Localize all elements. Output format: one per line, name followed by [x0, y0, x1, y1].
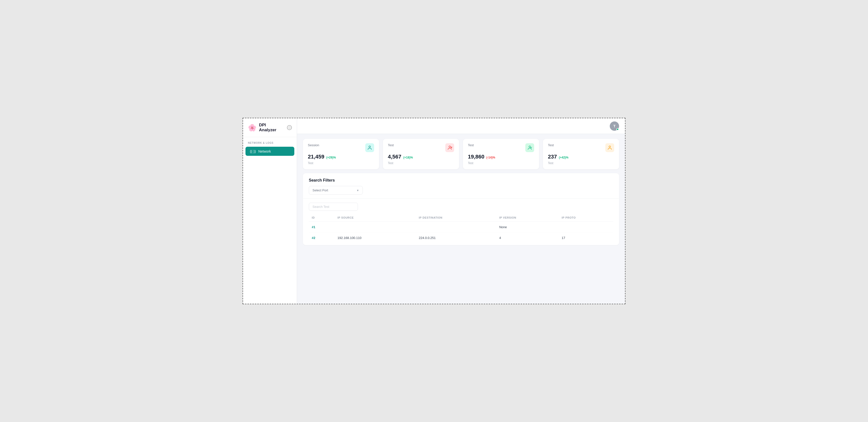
card-header-2: Test: [468, 143, 534, 152]
top-bar: T: [297, 118, 625, 134]
sidebar: 🌸 DPI Analyzer ⓘ NETWORK & LOGS ((·)) Ne…: [243, 118, 297, 304]
app-title: DPI Analyzer: [259, 123, 283, 132]
card-change-3: (+42)%: [559, 156, 568, 159]
sidebar-item-label: Network: [258, 150, 271, 153]
filter-section: Search Filters Select Port ▼: [303, 173, 619, 198]
svg-point-5: [609, 146, 611, 148]
row-ip-version: 4: [496, 233, 559, 244]
card-sub-2: Test: [468, 161, 534, 165]
col-ip-source: IP SOURCE: [335, 214, 416, 222]
row-ip-version: None: [496, 222, 559, 233]
col-ip-version: IP VERSION: [496, 214, 559, 222]
card-icon-1: [445, 143, 454, 152]
card-value-row-1: 4,567 (+18)%: [388, 154, 454, 160]
card-change-0: (+29)%: [326, 156, 336, 159]
row-ip-source: [335, 222, 416, 233]
table-section: ID IP SOURCE IP DESTINATION IP VERSION I…: [303, 198, 619, 245]
card-value-row-0: 21,459 (+29)%: [308, 154, 374, 160]
port-select[interactable]: Select Port ▼: [309, 186, 363, 195]
filter-title: Search Filters: [309, 178, 613, 183]
card-header-3: Test: [548, 143, 614, 152]
sidebar-item-network[interactable]: ((·)) Network: [246, 147, 294, 156]
card-change-1: (+18)%: [403, 156, 413, 159]
network-icon: ((·)): [250, 149, 256, 153]
card-header-0: Session: [308, 143, 374, 152]
card-icon-2: [525, 143, 534, 152]
card-sub-0: Test: [308, 161, 374, 165]
card-value-row-3: 237 (+42)%: [548, 154, 614, 160]
row-ip-proto: [559, 222, 613, 233]
app-info-icon[interactable]: ⓘ: [287, 125, 292, 130]
app-frame: 🌸 DPI Analyzer ⓘ NETWORK & LOGS ((·)) Ne…: [243, 118, 625, 304]
search-input[interactable]: [309, 203, 358, 211]
card-value-row-2: 19,860 (-14)%: [468, 154, 534, 160]
svg-point-1: [449, 146, 451, 148]
row-ip-proto: 17: [559, 233, 613, 244]
main-content: T Session 21,459 (+29)% Test: [297, 118, 625, 304]
card-header-1: Test: [388, 143, 454, 152]
app-logo-icon: 🌸: [248, 124, 256, 132]
avatar-initials: T: [613, 124, 615, 128]
chevron-down-icon: ▼: [356, 189, 359, 192]
row-id-cell: #2: [309, 233, 335, 244]
card-sub-3: Test: [548, 161, 614, 165]
svg-point-4: [529, 146, 531, 148]
table-row: #1 None: [309, 222, 613, 233]
card-icon-3: [605, 143, 614, 152]
svg-point-0: [369, 146, 371, 148]
card-value-2: 19,860: [468, 154, 484, 160]
card-label-2: Test: [468, 143, 474, 147]
sidebar-section-label: NETWORK & LOGS: [243, 137, 297, 146]
search-input-wrap: [309, 203, 613, 211]
sidebar-logo-area: 🌸 DPI Analyzer ⓘ: [243, 118, 297, 137]
card-value-3: 237: [548, 154, 557, 160]
stat-card-1: Test 4,567 (+18)% Test: [383, 139, 459, 169]
stat-cards-row: Session 21,459 (+29)% Test Test: [297, 134, 625, 173]
stat-card-3: Test 237 (+42)% Test: [543, 139, 619, 169]
row-id-link[interactable]: #2: [312, 236, 315, 240]
stat-card-2: Test 19,860 (-14)% Test: [463, 139, 539, 169]
table-row: #2 192.168.100.110 224.0.0.251 4 17: [309, 233, 613, 244]
row-id-cell: #1: [309, 222, 335, 233]
row-ip-destination: 224.0.0.251: [416, 233, 496, 244]
table-header-row: ID IP SOURCE IP DESTINATION IP VERSION I…: [309, 214, 613, 222]
row-ip-destination: [416, 222, 496, 233]
stat-card-0: Session 21,459 (+29)% Test: [303, 139, 379, 169]
data-table: ID IP SOURCE IP DESTINATION IP VERSION I…: [309, 214, 613, 243]
online-badge: [616, 128, 619, 131]
avatar[interactable]: T: [610, 122, 619, 131]
card-icon-0: [365, 143, 374, 152]
port-select-label: Select Port: [312, 188, 328, 192]
col-id: ID: [309, 214, 335, 222]
col-ip-proto: IP PROTO: [559, 214, 613, 222]
row-ip-source: 192.168.100.110: [335, 233, 416, 244]
card-label-0: Session: [308, 143, 319, 147]
table-body: #1 None #2 192.168.100.110 224.0.0.251: [309, 222, 613, 244]
col-ip-destination: IP DESTINATION: [416, 214, 496, 222]
card-value-1: 4,567: [388, 154, 401, 160]
card-value-0: 21,459: [308, 154, 324, 160]
card-change-2: (-14)%: [486, 156, 495, 159]
table-head: ID IP SOURCE IP DESTINATION IP VERSION I…: [309, 214, 613, 222]
card-sub-1: Test: [388, 161, 454, 165]
row-id-link[interactable]: #1: [312, 225, 315, 229]
card-label-1: Test: [388, 143, 394, 147]
card-label-3: Test: [548, 143, 554, 147]
